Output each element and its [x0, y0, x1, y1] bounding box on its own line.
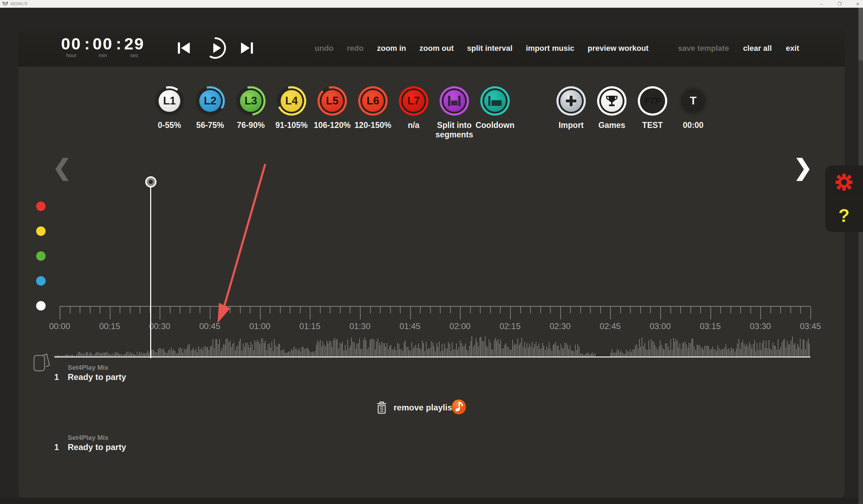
waveform-bar	[703, 350, 704, 356]
waveform-bar	[266, 350, 267, 356]
zone-dot[interactable]	[36, 301, 46, 311]
waveform-bar	[248, 345, 249, 356]
waveform-bar	[213, 339, 213, 356]
window-scrollbar[interactable]	[858, 8, 863, 504]
waveform-bar	[704, 346, 705, 356]
waveform-bar	[374, 339, 374, 357]
waveform-bar	[536, 342, 536, 356]
menu-split-interval[interactable]: split interval	[467, 44, 513, 53]
waveform-bar	[61, 356, 62, 356]
menu-redo[interactable]: redo	[347, 44, 364, 53]
zone-L2-button[interactable]: L256-75%	[190, 86, 230, 139]
ruler-minor-tick	[590, 307, 591, 313]
playlist-note-icon[interactable]	[33, 353, 51, 373]
waveform-bar	[538, 343, 539, 356]
waveform-bar	[589, 354, 590, 356]
play-button[interactable]	[204, 37, 227, 59]
menu-preview-workout[interactable]: preview workout	[588, 44, 649, 53]
ruler-major-tick	[410, 307, 411, 319]
action-games-button[interactable]: Games	[591, 86, 632, 130]
skip-forward-button[interactable]	[240, 40, 254, 56]
zone-L6-button[interactable]: L6120-150%	[353, 86, 393, 139]
remove-playlist-button[interactable]: remove playlist	[376, 401, 455, 414]
waveform-bar	[418, 343, 419, 356]
menu-clear-all[interactable]: clear all	[743, 44, 772, 53]
waveform-bar	[260, 344, 260, 356]
zone-L1-button[interactable]: L10-55%	[149, 86, 190, 139]
ruler-time-label: 03:30	[750, 321, 771, 331]
zone-dot[interactable]	[36, 202, 46, 211]
menu-import-music[interactable]: import music	[526, 44, 574, 53]
waveform-bar	[661, 345, 662, 356]
action-timer-t-button[interactable]: T00:00	[673, 86, 714, 130]
waveform-bar	[279, 344, 280, 356]
zone-L4-button[interactable]: L491-105%	[271, 86, 312, 139]
waveform-bar	[720, 350, 721, 357]
playhead-handle[interactable]	[145, 176, 156, 188]
menu-save-template[interactable]: save template	[678, 44, 729, 53]
menu-zoom-in[interactable]: zoom in	[377, 44, 406, 53]
action-test-button[interactable]: FTPTEST	[632, 86, 673, 130]
music-waveform[interactable]	[54, 335, 810, 357]
restore-button[interactable]: ❐	[836, 1, 843, 7]
ruler-major-tick	[760, 307, 761, 319]
waveform-bar	[299, 348, 300, 356]
action-import-label: Import	[558, 121, 584, 130]
zone-cooldown-button[interactable]: Cooldown	[475, 86, 515, 139]
ruler-minor-tick	[740, 307, 741, 313]
zone-L7-button[interactable]: L7n/a	[393, 86, 434, 139]
waveform-bar	[111, 354, 111, 356]
help-button[interactable]: ?	[825, 199, 863, 232]
waveform-bar	[588, 353, 589, 356]
waveform-bar	[620, 353, 620, 356]
waveform-bar	[381, 342, 382, 357]
track-row[interactable]: Set4Play Mix 1 Ready to party	[54, 434, 126, 452]
waveform-playlist-entry[interactable]: Set4Play Mix 1 Ready to party	[54, 364, 126, 382]
waveform-bar	[112, 353, 113, 356]
waveform-bar	[222, 348, 222, 356]
waveform-bar	[442, 344, 442, 356]
waveform-bar	[546, 346, 547, 356]
menu-zoom-out[interactable]: zoom out	[420, 44, 454, 53]
waveform-bar	[645, 349, 646, 356]
minimize-button[interactable]: –	[818, 1, 824, 7]
zone-L3-button[interactable]: L376-90%	[230, 86, 271, 139]
action-import-button[interactable]: Import	[551, 86, 591, 130]
waveform-bar	[346, 350, 347, 357]
waveform-bar	[166, 353, 166, 356]
zone-L5-button[interactable]: L5106-120%	[312, 86, 353, 139]
waveform-bar	[591, 354, 591, 356]
waveform-bar	[139, 352, 140, 356]
waveform-bar	[506, 343, 506, 356]
zone-dot[interactable]	[36, 226, 46, 236]
waveform-bar	[256, 342, 256, 356]
ruler-minor-tick	[790, 307, 791, 313]
scroll-right-chevron-icon[interactable]: ❯	[794, 157, 812, 178]
waveform-bar	[664, 350, 664, 356]
waveform-bar	[324, 345, 325, 356]
settings-button[interactable]	[825, 165, 863, 199]
skip-back-button[interactable]	[177, 40, 191, 56]
waveform-bar	[708, 346, 709, 356]
waveform-bar	[259, 342, 259, 357]
close-button[interactable]: ✕	[855, 1, 861, 7]
waveform-bar	[629, 352, 629, 356]
zone-split-button[interactable]: Split into segments	[434, 86, 475, 139]
music-service-logo-icon[interactable]	[451, 399, 467, 415]
zone-dot[interactable]	[36, 276, 46, 286]
waveform-bar	[72, 355, 72, 356]
waveform-bar	[286, 352, 287, 356]
waveform-bar	[414, 347, 415, 356]
menu-exit[interactable]: exit	[786, 44, 799, 53]
waveform-bar	[774, 346, 775, 356]
waveform-bar	[405, 341, 406, 356]
scrollbar-thumb[interactable]	[858, 8, 863, 60]
zone-dot[interactable]	[36, 251, 46, 261]
scroll-left-chevron-icon[interactable]: ❮	[53, 157, 72, 178]
waveform-bar	[122, 355, 123, 356]
ruler-minor-tick	[220, 307, 221, 313]
menu-undo[interactable]: undo	[315, 44, 334, 53]
waveform-bar	[236, 347, 237, 356]
waveform-bar	[801, 349, 802, 356]
waveform-bar	[129, 354, 130, 356]
